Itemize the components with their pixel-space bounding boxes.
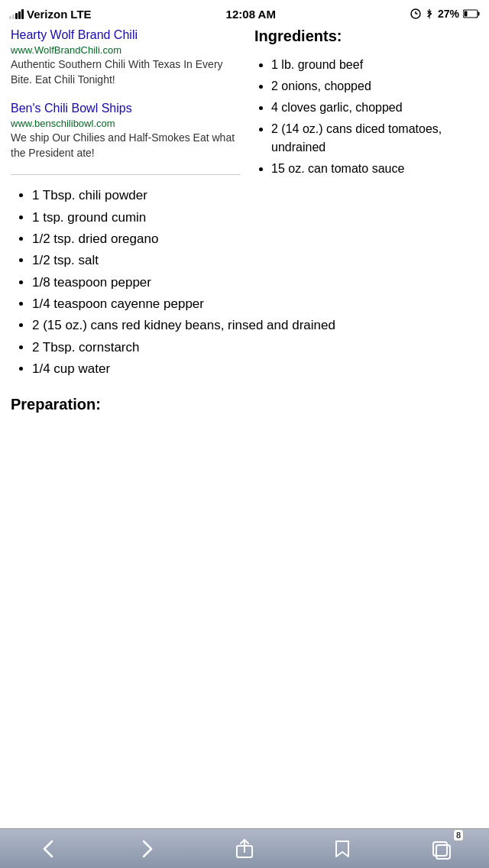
list-item: 2 Tbsp. cornstarch <box>32 338 478 358</box>
bookmarks-button[interactable] <box>323 832 361 866</box>
list-item: 2 (15 oz.) cans red kidney beans, rinsed… <box>32 316 478 335</box>
svg-rect-6 <box>478 12 479 16</box>
two-col-section: Hearty Wolf Brand Chili www.WolfBrandChi… <box>0 28 489 186</box>
svg-rect-10 <box>436 845 450 859</box>
result-1-url: www.WolfBrandChili.com <box>11 44 241 57</box>
back-icon <box>38 838 60 860</box>
ingredient-item: 2 (14 oz.) cans diced tomatoes, undraine… <box>271 120 478 157</box>
search-result-1: Hearty Wolf Brand Chili www.WolfBrandChi… <box>11 28 241 87</box>
full-ingredient-list: 1 Tbsp. chili powder 1 tsp. ground cumin… <box>11 186 478 379</box>
list-item: 1 Tbsp. chili powder <box>32 186 478 206</box>
result-2-desc: We ship Our Chilies and Half-Smokes Eat … <box>11 131 241 160</box>
list-item: 1/4 teaspoon cayenne pepper <box>32 294 478 314</box>
tab-count-badge: 8 <box>453 829 464 841</box>
result-2-title[interactable]: Ben's Chili Bowl Ships <box>11 101 241 117</box>
list-item: 1 tsp. ground cumin <box>32 208 478 228</box>
list-item: 1/2 tsp. salt <box>32 251 478 270</box>
back-button[interactable] <box>30 832 68 866</box>
full-ingredients-section: 1 Tbsp. chili powder 1 tsp. ground cumin… <box>0 186 489 381</box>
tabs-icon <box>429 838 451 860</box>
list-item: 1/2 tsp. dried oregano <box>32 229 478 249</box>
bookmarks-icon <box>332 838 353 860</box>
forward-icon <box>136 838 157 860</box>
status-bar: Verizon LTE 12:08 AM 27% <box>0 0 489 28</box>
signal-icon <box>9 8 24 19</box>
nav-bar: 8 <box>0 828 489 868</box>
battery-icon <box>463 9 480 18</box>
network-label: LTE <box>70 8 91 21</box>
ingredient-item: 4 cloves garlic, chopped <box>271 99 478 117</box>
result-1-title[interactable]: Hearty Wolf Brand Chili <box>11 28 241 44</box>
battery-label: 27% <box>438 8 459 20</box>
result-1-desc: Authentic Southern Chili With Texas In E… <box>11 57 241 87</box>
status-right: 27% <box>410 8 480 20</box>
time-label: 12:08 AM <box>226 8 276 21</box>
ingredient-item: 2 onions, chopped <box>271 77 478 96</box>
svg-rect-7 <box>464 11 467 17</box>
list-item: 1/8 teaspoon pepper <box>32 273 478 293</box>
preparation-title: Preparation: <box>0 388 489 413</box>
search-result-2: Ben's Chili Bowl Ships www.benschilibowl… <box>11 101 241 160</box>
tabs-button[interactable]: 8 <box>421 832 459 866</box>
svg-rect-9 <box>433 842 447 856</box>
ingredient-item: 1 lb. ground beef <box>271 56 478 74</box>
spacer <box>0 413 489 828</box>
list-item: 1/4 cup water <box>32 359 478 379</box>
ingredient-item: 15 oz. can tomato sauce <box>271 160 478 178</box>
share-icon <box>234 838 255 860</box>
bluetooth-icon <box>425 8 434 19</box>
result-2-url: www.benschilibowl.com <box>11 117 241 131</box>
share-button[interactable] <box>225 832 264 866</box>
divider <box>11 174 241 175</box>
right-ingredient-list: 1 lb. ground beef 2 onions, chopped 4 cl… <box>254 56 478 178</box>
carrier-label: Verizon <box>27 8 67 21</box>
left-column: Hearty Wolf Brand Chili www.WolfBrandChi… <box>11 28 251 186</box>
right-column: Ingredients: 1 lb. ground beef 2 onions,… <box>251 28 478 186</box>
clock-icon <box>410 8 421 19</box>
ingredients-title: Ingredients: <box>254 28 478 45</box>
forward-button[interactable] <box>128 832 166 866</box>
status-left: Verizon LTE <box>9 8 92 21</box>
